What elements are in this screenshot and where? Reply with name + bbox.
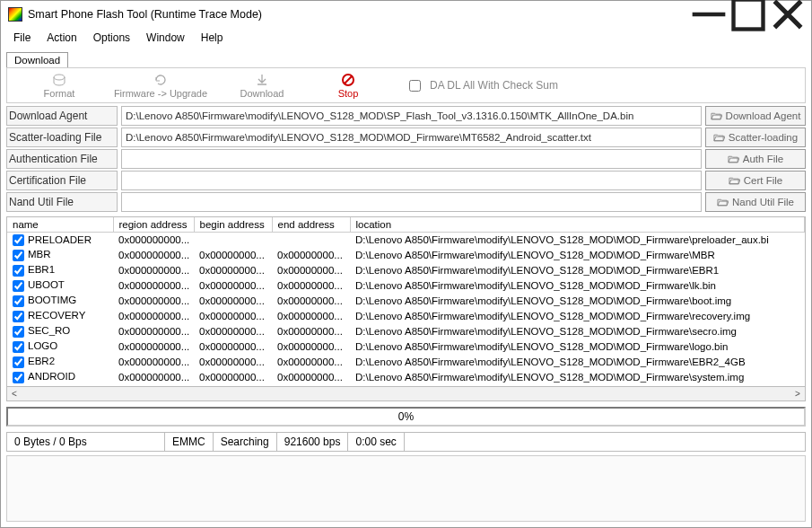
- menu-file[interactable]: File: [6, 30, 38, 46]
- table-row[interactable]: EBR10x000000000...0x00000000...0x0000000…: [7, 263, 805, 278]
- row-checkbox[interactable]: [13, 356, 24, 368]
- tab-download[interactable]: Download: [6, 52, 68, 67]
- table-row[interactable]: SEC_RO0x000000000...0x00000000...0x00000…: [7, 324, 805, 339]
- scatter-input[interactable]: [121, 128, 702, 147]
- app-icon: [8, 7, 22, 22]
- row-end: 0x00000000...: [272, 324, 350, 339]
- stop-button[interactable]: Stop: [305, 73, 391, 99]
- horizontal-scrollbar[interactable]: < >: [6, 387, 806, 401]
- table-scroll[interactable]: name region address begin address end ad…: [7, 217, 805, 386]
- table-row[interactable]: EBR20x000000000...0x00000000...0x0000000…: [7, 355, 805, 370]
- row-begin: [194, 233, 272, 248]
- nand-input[interactable]: [121, 192, 702, 212]
- partition-table: name region address begin address end ad…: [6, 216, 806, 387]
- cert-browse-button[interactable]: Cert File: [705, 171, 806, 190]
- close-button[interactable]: [768, 2, 808, 27]
- menu-options[interactable]: Options: [86, 30, 137, 46]
- da-browse-button[interactable]: Download Agent: [705, 106, 806, 126]
- stop-label: Stop: [338, 88, 359, 99]
- row-location: D:\Lenovo A850\Firmware\modify\LENOVO_S1…: [350, 233, 805, 248]
- row-region: 0x000000000...: [113, 355, 194, 370]
- row-checkbox[interactable]: [13, 326, 24, 338]
- auth-input[interactable]: [121, 149, 702, 169]
- row-end: 0x00000000...: [272, 248, 350, 263]
- upgrade-button[interactable]: Firmware -> Upgrade: [102, 73, 219, 99]
- row-region: 0x000000000...: [113, 278, 194, 294]
- row-region: 0x000000000...: [113, 324, 194, 339]
- table-row[interactable]: UBOOT0x000000000...0x00000000...0x000000…: [7, 278, 805, 294]
- checksum-label: DA DL All With Check Sum: [430, 79, 558, 92]
- status-state: Searching: [214, 433, 277, 451]
- checksum-toggle[interactable]: DA DL All With Check Sum: [409, 79, 558, 92]
- cert-input[interactable]: [121, 171, 702, 190]
- col-begin[interactable]: begin address: [194, 217, 272, 233]
- folder-open-icon: [717, 198, 729, 207]
- scroll-right-icon[interactable]: >: [790, 389, 805, 399]
- checksum-checkbox[interactable]: [409, 80, 421, 92]
- row-end: 0x00000000...: [272, 294, 350, 309]
- nand-label: Nand Util File: [6, 192, 118, 212]
- auth-browse-button[interactable]: Auth File: [705, 149, 806, 169]
- row-end: [272, 233, 350, 248]
- row-begin: 0x00000000...: [194, 370, 272, 385]
- minimize-button[interactable]: [689, 2, 729, 27]
- table-row[interactable]: MBR0x000000000...0x00000000...0x00000000…: [7, 248, 805, 263]
- row-location: D:\Lenovo A850\Firmware\modify\LENOVO_S1…: [350, 294, 805, 309]
- row-region: 0x000000000...: [113, 339, 194, 355]
- folder-open-icon: [728, 154, 739, 164]
- menubar: File Action Options Window Help: [1, 28, 811, 48]
- col-location[interactable]: location: [350, 217, 805, 233]
- table-row[interactable]: LOGO0x000000000...0x00000000...0x0000000…: [7, 339, 805, 355]
- status-bytes: 0 Bytes / 0 Bps: [7, 433, 165, 451]
- col-end[interactable]: end address: [272, 217, 350, 233]
- row-checkbox[interactable]: [13, 311, 24, 322]
- row-checkbox[interactable]: [13, 265, 24, 277]
- menu-window[interactable]: Window: [139, 30, 192, 46]
- row-region: 0x000000000...: [113, 248, 194, 263]
- table-row[interactable]: ANDROID0x000000000...0x00000000...0x0000…: [7, 370, 805, 385]
- auth-label: Authentication File: [6, 149, 118, 169]
- file-fields: Download Agent Download Agent Scatter-lo…: [6, 105, 806, 213]
- row-region: 0x000000000...: [113, 233, 194, 248]
- menu-action[interactable]: Action: [39, 30, 83, 46]
- cert-label: Certification File: [6, 171, 118, 190]
- maximize-button[interactable]: [729, 2, 768, 27]
- table-row[interactable]: BOOTIMG0x000000000...0x00000000...0x0000…: [7, 294, 805, 309]
- row-begin: 0x00000000...: [194, 278, 272, 294]
- refresh-icon: [153, 73, 168, 87]
- table-row[interactable]: RECOVERY0x000000000...0x00000000...0x000…: [7, 309, 805, 324]
- scatter-browse-button[interactable]: Scatter-loading: [705, 128, 806, 147]
- col-region[interactable]: region address: [113, 217, 194, 233]
- table-row[interactable]: PRELOADER0x000000000...D:\Lenovo A850\Fi…: [7, 233, 805, 248]
- nand-browse-button[interactable]: Nand Util File: [705, 192, 806, 212]
- row-location: D:\Lenovo A850\Firmware\modify\LENOVO_S1…: [350, 263, 805, 278]
- download-button[interactable]: Download: [219, 73, 305, 99]
- app-window: Smart Phone Flash Tool (Runtime Trace Mo…: [0, 0, 812, 528]
- row-end: 0x00000000...: [272, 309, 350, 324]
- row-location: D:\Lenovo A850\Firmware\modify\LENOVO_S1…: [350, 355, 805, 370]
- row-name: EBR2: [28, 356, 55, 366]
- row-begin: 0x00000000...: [194, 294, 272, 309]
- menu-help[interactable]: Help: [194, 30, 231, 46]
- scroll-left-icon[interactable]: <: [7, 389, 22, 399]
- row-location: D:\Lenovo A850\Firmware\modify\LENOVO_S1…: [350, 324, 805, 339]
- da-input[interactable]: [121, 106, 702, 126]
- row-checkbox[interactable]: [13, 280, 24, 292]
- row-name: RECOVERY: [28, 310, 85, 321]
- row-checkbox[interactable]: [13, 295, 24, 307]
- row-checkbox[interactable]: [13, 341, 24, 353]
- row-name: UBOOT: [28, 279, 65, 290]
- col-name[interactable]: name: [7, 217, 113, 233]
- status-time: 0:00 sec: [348, 433, 404, 451]
- row-name: ANDROID: [28, 371, 75, 382]
- row-name: SEC_RO: [28, 325, 70, 336]
- folder-open-icon: [711, 111, 722, 121]
- row-location: D:\Lenovo A850\Firmware\modify\LENOVO_S1…: [350, 339, 805, 355]
- format-button[interactable]: Format: [16, 73, 102, 99]
- row-begin: 0x00000000...: [194, 309, 272, 324]
- row-checkbox[interactable]: [13, 234, 24, 246]
- row-end: 0x00000000...: [272, 339, 350, 355]
- row-location: D:\Lenovo A850\Firmware\modify\LENOVO_S1…: [350, 309, 805, 324]
- row-checkbox[interactable]: [13, 372, 24, 383]
- row-checkbox[interactable]: [13, 250, 24, 261]
